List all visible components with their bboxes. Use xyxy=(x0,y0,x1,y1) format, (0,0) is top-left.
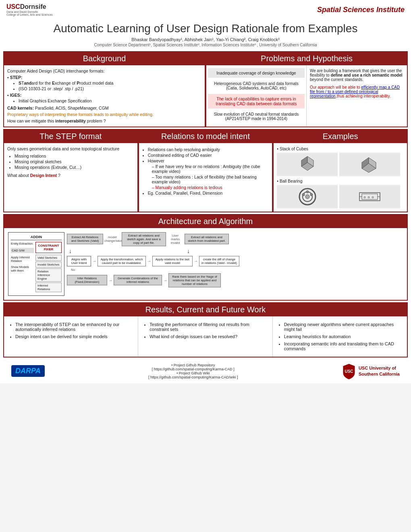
proprietary-text: Proprietary ways of interpreting these f… xyxy=(7,112,201,117)
iges-item: Initial Graphics Exchange Specification xyxy=(19,98,201,103)
architecture-content: ADDIN Entity Extraction CAD S/W Apply In… xyxy=(4,228,407,300)
generate-combinations-box: Generate Combinations of the inferred re… xyxy=(114,275,162,285)
svg-text:⚙: ⚙ xyxy=(372,196,374,199)
footer: DARPA • Project Github Repository [ http… xyxy=(3,359,408,383)
constraint-title: CONSTRAINT xyxy=(37,244,60,247)
right-arrow-5: → xyxy=(163,278,167,283)
right-arrow-2: → xyxy=(147,259,151,263)
missing-relations: Missing relations xyxy=(15,154,134,158)
results-list-3: Developing newer algorithms where curren… xyxy=(278,322,402,351)
rel-sub-1: – If we have very few or no relations : … xyxy=(152,164,269,174)
rel-1: Relations can help resolving ambiguity xyxy=(148,147,269,152)
results-section: Results, Current and Future Work The int… xyxy=(3,302,408,357)
usc-line1: USC University of xyxy=(359,365,400,371)
svg-point-9 xyxy=(306,191,309,193)
right-arrow-4: → xyxy=(108,278,112,283)
result-1-1: The interoperability of STEP can be enha… xyxy=(15,322,133,332)
architecture-border: Architecture and Algorithm ADDIN Entity … xyxy=(3,214,408,301)
problems-grid: Inadequate coverage of design knowledge … xyxy=(206,65,407,126)
results-col3: Developing newer algorithms where curren… xyxy=(273,316,407,357)
affiliation: Computer Science Department¹, Spatial Sc… xyxy=(8,43,403,47)
relations-list: Relations can help resolving ambiguity C… xyxy=(142,147,269,195)
step-saves: Only saves geometrical data and some top… xyxy=(7,146,134,151)
step-missing-list: Missing relations Missing original sketc… xyxy=(9,154,134,170)
result-3-2: Learning heuristics for automation xyxy=(284,334,402,339)
arch-diagram: ADDIN Entity Extraction CAD S/W Apply In… xyxy=(8,232,403,296)
inferred-relations: Inferred Relations xyxy=(35,283,62,292)
step-format-header: The STEP format xyxy=(4,130,137,143)
missing-sketches: Missing original sketches xyxy=(15,159,134,164)
result-2-1: Testing the performance of filtering out… xyxy=(149,322,267,332)
poster: USCDornsife Dana and David Dornsife Coll… xyxy=(0,0,411,383)
architecture-header: Architecture and Algorithm xyxy=(4,215,407,228)
darpa-logo: DARPA xyxy=(11,365,45,377)
extract-invalidated-box: Extract all relations and sketch from in… xyxy=(185,234,229,244)
background-header: Background xyxy=(4,52,205,65)
problem-3: The lack of capabilities to capture erro… xyxy=(208,94,305,108)
results-col2: Testing the performance of filtering out… xyxy=(138,316,272,357)
rank-box: Rank them based on the %age of relations… xyxy=(168,273,221,287)
down-arrow-1: ↓ xyxy=(69,248,72,254)
cube-svg-2 xyxy=(360,154,380,175)
relations-header: Relations to model intent xyxy=(139,130,272,143)
iges-list: Initial Graphics Exchange Specification xyxy=(12,98,201,103)
result-3-3: Incorporating semantic info and translat… xyxy=(284,341,402,351)
rel-3: However – If we have very few or no rela… xyxy=(148,158,269,190)
cube-images xyxy=(277,153,404,176)
extract-all-box: Extract All Relations and Sketches (Vali… xyxy=(67,234,103,244)
results-header: Results, Current and Future Work xyxy=(4,303,407,316)
result-3-1: Developing newer algorithms where curren… xyxy=(284,322,402,332)
cube-img-2 xyxy=(339,153,400,176)
examples-section: Examples • Stack of Cubes xyxy=(273,129,408,212)
user-marks-label: User marks invalid xyxy=(167,234,183,245)
result-1-2: Design intent can be derived for simple … xyxy=(15,334,133,339)
mitigate-text: How can we mitigate this interoperabilit… xyxy=(7,118,201,123)
bearing-svg-1 xyxy=(297,187,318,207)
step-section: ▪ STEP: STandard for the Exchange of Pro… xyxy=(7,75,201,91)
top-row: Background Computer Aided Design (CAD) i… xyxy=(3,51,408,127)
apply-relations-box: Apply relations to the last valid model xyxy=(152,256,193,266)
addin-left-col: Entity Extraction CAD S/W Apply Inferred… xyxy=(11,242,34,293)
addin-rows: Entity Extraction CAD S/W Apply Inferred… xyxy=(11,242,62,293)
step-item1-text: S xyxy=(19,81,21,85)
no-label: No xyxy=(71,268,75,272)
rel-4: Eg. Coradial, Parallel, Fixed, Dimension xyxy=(148,191,269,195)
right-arrow-3: → xyxy=(194,259,198,263)
step-format-content: Only saves geometrical data and some top… xyxy=(4,143,137,181)
ball-bearing-label: • Ball Bearing xyxy=(277,179,404,183)
flow-row-2: Aligns with User Intent → Apply the tran… xyxy=(67,256,403,266)
design-intent-question: What about Design Intent ? xyxy=(7,173,134,178)
examples-content: • Stack of Cubes xyxy=(274,143,407,212)
down-arrow-3: ↓ xyxy=(187,248,190,254)
rel-2: Constrained editing of CAD easier xyxy=(148,153,269,158)
problem-4: Slow evolution of CAD neutral format sta… xyxy=(208,110,305,123)
results-border: Results, Current and Future Work The int… xyxy=(3,302,408,357)
model-change-label: model change/save xyxy=(104,235,120,243)
aligns-box: Aligns with User Intent xyxy=(67,256,91,266)
addin-right-col: CONSTRAINT FIXER Valid Sketches Invalid … xyxy=(35,242,62,293)
hypothesis-text: We are building a framework that gives t… xyxy=(310,69,404,82)
problem-1: Inadequate coverage of design knowledge xyxy=(208,68,305,78)
stack-cubes-label: • Stack of Cubes xyxy=(277,146,404,151)
bearing-svg-2: ⚙ ⚙ ⚙ xyxy=(359,187,381,207)
svg-text:⚙: ⚙ xyxy=(363,196,366,199)
relations-section: Relations to model intent Relations can … xyxy=(138,129,273,212)
addin-box: ADDIN Entity Extraction CAD S/W Apply In… xyxy=(8,232,64,296)
step-item1: STandard for the Exchange of Product mod… xyxy=(19,81,201,85)
rel-sub-3: – Manually adding relations is tedious xyxy=(152,185,269,190)
invalid-sketches: Invalid Sketches xyxy=(35,262,62,268)
github-url2: [ https://github.com/spatial-computing/K… xyxy=(148,375,238,379)
rel-sub-2: – Too many relations : Lack of flexibili… xyxy=(152,175,269,184)
main-title: Automatic Learning of User Design Ration… xyxy=(8,22,403,35)
entity-extraction: Entity Extraction xyxy=(11,242,34,245)
relation-inference: Relation Inference Engine xyxy=(35,268,62,282)
apply-inferred: Apply Inferred Relation xyxy=(11,256,34,263)
extract-again-box: Extract all relations and sketch again. … xyxy=(122,232,166,246)
flow-row-3: Infer Relations (Fixed,Dimension) → Gene… xyxy=(67,273,403,287)
problems-left: Inadequate coverage of design knowledge … xyxy=(206,65,307,126)
github-url1: [ https://github.com/spatial-computing/K… xyxy=(148,367,238,371)
step-label: ▪ STEP: xyxy=(7,75,23,80)
results-list-2: Testing the performance of filtering out… xyxy=(143,322,267,339)
iges-label: ▪ IGES: xyxy=(7,93,21,98)
spatial-sciences-logo: Spatial Sciences Institute xyxy=(317,6,405,14)
